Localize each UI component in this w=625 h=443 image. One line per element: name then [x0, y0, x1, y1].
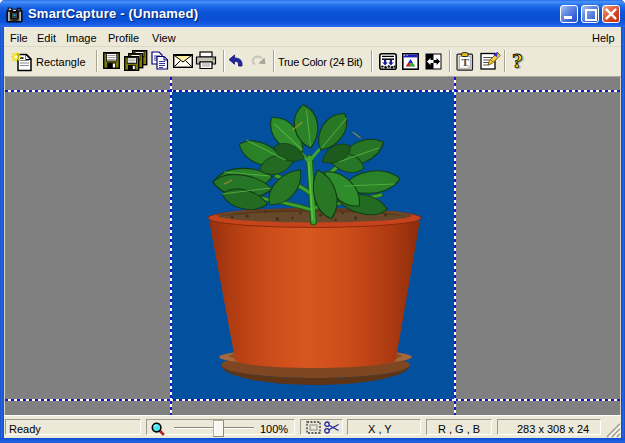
- svg-text:?: ?: [512, 51, 523, 73]
